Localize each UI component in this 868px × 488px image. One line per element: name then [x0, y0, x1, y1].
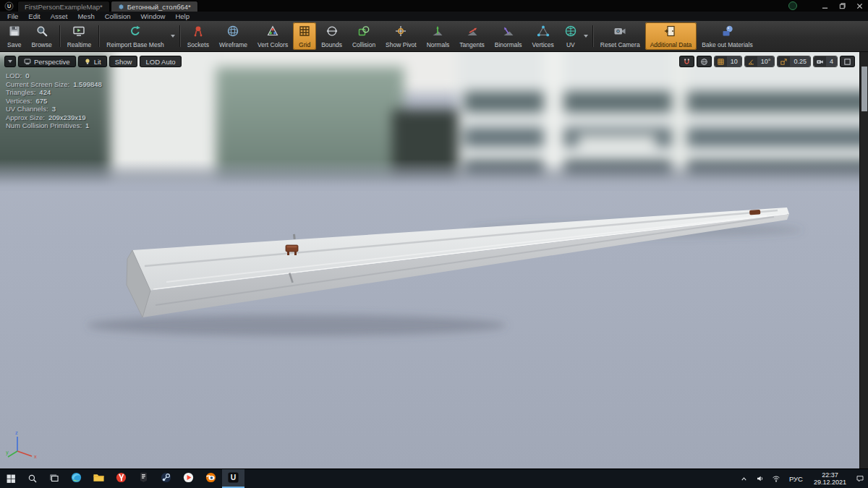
tray-expand-button[interactable]: [736, 469, 752, 488]
stat-uv-channels: UV Channels:3: [6, 105, 102, 114]
wireframe-icon: [226, 25, 239, 40]
file-explorer-taskbar-button[interactable]: [88, 469, 110, 488]
menu-mesh[interactable]: Mesh: [72, 12, 99, 20]
clock[interactable]: 22:37 29.12.2021: [808, 469, 852, 488]
chevron-down-icon: [584, 35, 588, 38]
yandex-browser-taskbar-button[interactable]: [110, 469, 132, 488]
perspective-selector[interactable]: Perspective: [18, 56, 76, 67]
unreal-taskbar-button[interactable]: U: [222, 469, 244, 488]
stat-vertices: Vertices:675: [6, 97, 102, 106]
maximize-icon: [843, 58, 851, 66]
chevron-down-icon: [8, 60, 12, 63]
additional-data-icon: [664, 25, 677, 40]
world-local-toggle-button[interactable]: [697, 56, 712, 67]
toolbar-button-tangents[interactable]: Tangents: [454, 22, 490, 50]
reimport-dropdown-button[interactable]: [169, 22, 177, 50]
menu-file[interactable]: File: [2, 12, 23, 20]
toolbar-button-browse[interactable]: Browse: [26, 22, 56, 50]
media-player-icon: [182, 471, 195, 487]
toolbar-button-additional-data[interactable]: Additional Data: [645, 22, 697, 50]
search-button[interactable]: [22, 469, 43, 488]
toolbar-button-binormals[interactable]: Binormals: [490, 22, 527, 50]
blender-icon: [205, 471, 217, 487]
toolbar-separator: [98, 25, 99, 47]
uv-icon: [564, 25, 577, 40]
toolbar-button-sockets[interactable]: Sockets: [182, 22, 214, 50]
camera-speed-value[interactable]: 4: [826, 56, 837, 67]
reimport-icon: [129, 25, 142, 40]
uv-dropdown-button[interactable]: [582, 22, 590, 50]
stat-current-screen-size: Current Screen Size:1.599848: [6, 80, 102, 89]
toolbar-button-reimport[interactable]: Reimport Base Mesh: [101, 22, 169, 50]
toolbar-button-vert-colors[interactable]: Vert Colors: [252, 22, 293, 50]
viewport-backdrop-photo: [0, 52, 859, 191]
network-button[interactable]: [768, 469, 784, 488]
action-center-button[interactable]: [852, 469, 868, 488]
mesh-stats: LOD:0Current Screen Size:1.599848Triangl…: [6, 72, 102, 130]
menu-help[interactable]: Help: [170, 12, 195, 20]
toolbar-button-collision[interactable]: Collision: [347, 22, 380, 50]
show-menu-button[interactable]: Show: [109, 56, 138, 67]
toolbar-separator: [179, 25, 180, 47]
lod-auto-button[interactable]: LOD Auto: [140, 56, 181, 67]
toolbar-button-bake-materials[interactable]: Bake out Materials: [697, 22, 757, 50]
restore-button[interactable]: [833, 1, 851, 12]
toolbar-button-reset-camera[interactable]: Reset Camera: [595, 22, 645, 50]
svg-text:z: z: [15, 429, 18, 436]
perspective-icon: [24, 58, 31, 65]
epic-games-icon: [137, 471, 150, 487]
system-tray: РУС 22:37 29.12.2021: [736, 469, 868, 488]
scale-snap-value[interactable]: 0.25: [790, 56, 810, 67]
grid-snap-value[interactable]: 10: [727, 56, 741, 67]
search-icon: [27, 474, 38, 484]
lit-mode-selector[interactable]: Lit: [78, 56, 107, 67]
steam-taskbar-button[interactable]: [155, 469, 177, 488]
toolbar-button-show-pivot[interactable]: Show Pivot: [380, 22, 422, 50]
blender-taskbar-button[interactable]: [200, 469, 222, 488]
camera-speed-control[interactable]: 4: [813, 56, 838, 67]
camera-speed-icon: [814, 56, 826, 67]
file-explorer-icon: [93, 471, 105, 487]
tab-mesh-asset[interactable]: Бетонный_столб64*: [111, 1, 198, 12]
viewport[interactable]: Perspective Lit Show LOD Auto 10: [0, 52, 868, 468]
volume-button[interactable]: [752, 469, 768, 488]
maximize-viewport-button[interactable]: [840, 56, 855, 67]
surface-snap-button[interactable]: [679, 56, 694, 67]
tab-firstperson-map[interactable]: FirstPersonExampleMap*: [17, 1, 110, 12]
menu-window[interactable]: Window: [136, 12, 171, 20]
chevron-down-icon: [171, 35, 175, 38]
toolbar-button-bounds[interactable]: Bounds: [316, 22, 347, 50]
viewport-scrollbar[interactable]: [859, 52, 868, 468]
toolbar-button-wireframe[interactable]: Wireframe: [214, 22, 252, 50]
collision-icon: [357, 25, 370, 40]
grid-snap-control[interactable]: 10: [714, 56, 742, 67]
toolbar-button-vertices[interactable]: Vertices: [527, 22, 559, 50]
edge-taskbar-button[interactable]: [65, 469, 88, 488]
scale-snap-control[interactable]: 0.25: [777, 56, 811, 67]
toolbar-button-uv[interactable]: UV: [559, 22, 582, 50]
menu-edit[interactable]: Edit: [23, 12, 45, 20]
menu-collision[interactable]: Collision: [100, 12, 136, 20]
viewport-options-button[interactable]: [4, 56, 16, 67]
menu-asset[interactable]: Asset: [46, 12, 73, 20]
rotation-snap-value[interactable]: 10°: [757, 56, 775, 67]
language-indicator[interactable]: РУС: [784, 469, 808, 488]
close-button[interactable]: [851, 1, 868, 12]
browse-icon: [35, 25, 48, 40]
viewport-toolbar: Perspective Lit Show LOD Auto: [4, 56, 182, 67]
axis-gizmo: z x y: [6, 428, 39, 460]
chevron-up-icon: [740, 475, 748, 483]
toolbar-button-save[interactable]: Save: [2, 22, 26, 50]
toolbar-button-realtime[interactable]: Realtime: [62, 22, 97, 50]
start-button[interactable]: [0, 469, 22, 488]
show-pivot-icon: [394, 25, 407, 40]
task-view-button[interactable]: [43, 469, 65, 488]
media-player-taskbar-button[interactable]: [177, 469, 200, 488]
rotation-snap-control[interactable]: 10°: [744, 56, 775, 67]
toolbar-button-grid[interactable]: Grid: [293, 22, 316, 50]
asset-icon: [118, 4, 124, 10]
minimize-button[interactable]: [816, 1, 833, 12]
toolbar-button-normals[interactable]: Normals: [422, 22, 455, 50]
epic-games-taskbar-button[interactable]: [132, 469, 155, 488]
scrollbar-thumb[interactable]: [861, 67, 867, 111]
